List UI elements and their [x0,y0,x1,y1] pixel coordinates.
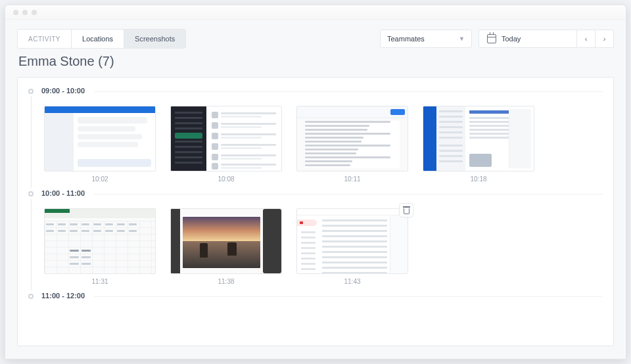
teammates-dropdown[interactable]: Teammates ▼ [380,30,472,48]
timeline-connector [31,97,32,188]
view-tabs: ACTIVITY Locations Screenshots [17,29,186,49]
top-bar: ACTIVITY Locations Screenshots Teammates… [17,29,614,49]
screenshot-time: 11:31 [44,278,156,285]
tab-locations[interactable]: Locations [72,30,124,48]
tab-activity[interactable]: ACTIVITY [18,30,72,48]
screenshot-item: 10:18 [423,106,534,183]
timeline-connector [31,199,32,290]
time-range-label: 10:00 - 11:00 [41,189,603,202]
tab-screenshots[interactable]: Screenshots [124,30,185,48]
screenshot-thumbnail[interactable] [423,106,534,171]
screenshot-thumbnail[interactable] [296,208,408,274]
timeline-bullet-icon [28,191,34,196]
trash-icon [403,206,410,214]
window-titlebar [5,5,626,20]
screenshot-thumbnail[interactable] [44,208,156,274]
screenshot-time: 11:43 [296,278,408,285]
chevron-right-icon: › [603,35,606,43]
window-control-dot [22,10,28,15]
date-controls: Today ‹ › [479,30,614,48]
time-slot: 10:00 - 11:00 [28,189,603,285]
time-range-label: 11:00 - 12:00 [41,292,603,304]
screenshot-item: 11:43 [296,208,408,285]
date-range-button[interactable]: Today [479,30,577,48]
window-control-dot [13,10,18,15]
screenshot-time: 10:18 [423,175,534,183]
time-slot: 09:00 - 10:00 10:02 [28,87,603,183]
screenshot-time: 10:11 [296,175,408,183]
delete-screenshot-button[interactable] [399,203,413,217]
screenshot-item: 10:11 [296,106,408,183]
screenshot-item: 11:38 [170,208,282,285]
screenshot-time: 10:08 [170,175,282,183]
page-content: ACTIVITY Locations Screenshots Teammates… [5,20,626,359]
app-window: ACTIVITY Locations Screenshots Teammates… [5,5,626,359]
screenshot-thumbnail[interactable] [44,106,156,171]
screenshot-item: 11:31 [44,208,156,285]
screenshot-item: 10:08 [170,106,282,183]
screenshot-row: 10:02 10:08 [41,106,603,183]
page-title: Emma Stone (7) [18,54,614,69]
timeline-bullet-icon [28,89,34,94]
top-controls: Teammates ▼ Today ‹ › [380,30,614,48]
timeline-bullet-icon [28,294,34,299]
chevron-left-icon: ‹ [585,35,588,43]
window-control-dot [32,10,37,15]
screenshot-time: 11:38 [170,278,282,285]
screenshot-thumbnail[interactable] [170,106,282,171]
date-prev-button[interactable]: ‹ [577,30,596,48]
screenshot-row: 11:31 11:38 [41,208,603,285]
teammates-label: Teammates [387,35,425,43]
screenshot-thumbnail[interactable] [170,208,282,274]
time-range-label: 09:00 - 10:00 [41,87,603,99]
screenshot-item: 10:02 [44,106,156,183]
timeline-panel: 09:00 - 10:00 10:02 [17,77,614,346]
screenshot-time: 10:02 [44,175,156,183]
time-slot: 11:00 - 12:00 [28,292,603,311]
date-next-button[interactable]: › [596,30,614,48]
screenshot-thumbnail[interactable] [296,106,408,171]
date-label: Today [502,35,521,43]
calendar-icon [487,34,496,43]
chevron-down-icon: ▼ [459,35,465,42]
